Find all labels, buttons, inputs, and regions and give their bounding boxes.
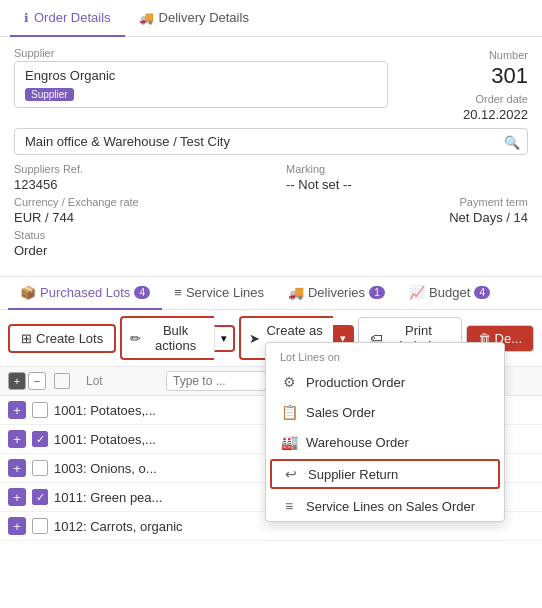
row-checkbox-5[interactable] <box>32 518 48 534</box>
marking-value: -- Not set -- <box>286 177 528 192</box>
row-lot-3: 1003: Onions, o... <box>54 461 157 476</box>
tab-service-lines[interactable]: ≡ Service Lines <box>162 277 276 310</box>
lot-search-input[interactable] <box>166 371 266 391</box>
status-value: Order <box>14 243 528 258</box>
bulk-actions-button[interactable]: ✏ Bulk actions <box>120 316 214 360</box>
section-tabs: 📦 Purchased Lots 4 ≡ Service Lines 🚚 Del… <box>0 277 542 310</box>
number-label: Number <box>408 49 528 61</box>
lot-column-header: Lot <box>86 374 166 388</box>
row-add-button-5[interactable]: + <box>8 517 26 535</box>
row-lot-2: 1001: Potatoes,... <box>54 432 156 447</box>
service-lines-icon: ≡ <box>174 285 182 300</box>
warehouse-input[interactable] <box>14 128 528 155</box>
payment-term-label: Payment term <box>378 196 528 208</box>
tab-delivery-details[interactable]: 🚚 Delivery Details <box>125 0 263 37</box>
budget-icon: 📈 <box>409 285 425 300</box>
row-add-button-4[interactable]: + <box>8 488 26 506</box>
truck-icon: 🚚 <box>139 11 154 25</box>
dropdown-section-label: Lot Lines on <box>266 343 504 367</box>
currency-value: EUR / 744 <box>14 210 378 225</box>
create-lots-button[interactable]: ⊞ Create Lots <box>8 324 116 353</box>
row-add-button-1[interactable]: + <box>8 401 26 419</box>
supplier-badge: Supplier <box>25 88 74 101</box>
supplier-name: Engros Organic <box>25 68 377 83</box>
budget-badge: 4 <box>474 286 490 299</box>
row-controls-header: + − <box>8 372 46 390</box>
supplier-return-icon: ↩ <box>282 466 300 482</box>
production-order-icon: ⚙ <box>280 374 298 390</box>
create-as-dropdown: Lot Lines on ⚙ Production Order 📋 Sales … <box>265 342 505 522</box>
purchased-lots-badge: 4 <box>134 286 150 299</box>
status-label: Status <box>14 229 528 241</box>
order-details-section: Supplier Engros Organic Supplier Number … <box>0 37 542 277</box>
arrow-right-icon: ➤ <box>249 331 260 346</box>
order-number: 301 <box>408 63 528 89</box>
purchased-lots-icon: 📦 <box>20 285 36 300</box>
row-checkbox-3[interactable] <box>32 460 48 476</box>
order-date: 20.12.2022 <box>408 107 528 122</box>
edit-icon: ✏ <box>130 331 141 346</box>
warehouse-order-icon: 🏭 <box>280 434 298 450</box>
add-all-button[interactable]: + <box>8 372 26 390</box>
bulk-actions-caret[interactable]: ▾ <box>214 325 235 352</box>
info-icon: ℹ <box>24 11 29 25</box>
service-lines-sales-icon: ≡ <box>280 498 298 514</box>
select-all-checkbox[interactable] <box>54 373 78 389</box>
supplier-label: Supplier <box>14 47 388 59</box>
dropdown-item-service-lines-sales[interactable]: ≡ Service Lines on Sales Order <box>266 491 504 521</box>
row-checkbox-2[interactable]: ✓ <box>32 431 48 447</box>
row-lot-4: 1011: Green pea... <box>54 490 162 505</box>
sales-order-icon: 📋 <box>280 404 298 420</box>
remove-all-button[interactable]: − <box>28 372 46 390</box>
tab-budget[interactable]: 📈 Budget 4 <box>397 277 502 310</box>
supplier-block: Engros Organic Supplier <box>14 61 388 108</box>
row-lot-5: 1012: Carrots, organic <box>54 519 183 534</box>
table-icon: ⊞ <box>21 331 32 346</box>
bulk-actions-split: ✏ Bulk actions ▾ <box>120 316 235 360</box>
search-icon: 🔍 <box>504 134 520 149</box>
row-add-button-3[interactable]: + <box>8 459 26 477</box>
tab-order-details[interactable]: ℹ Order Details <box>10 0 125 37</box>
row-add-button-2[interactable]: + <box>8 430 26 448</box>
row-lot-1: 1001: Potatoes,... <box>54 403 156 418</box>
suppliers-ref-value: 123456 <box>14 177 256 192</box>
payment-term-value: Net Days / 14 <box>378 210 528 225</box>
dropdown-item-supplier-return[interactable]: ↩ Supplier Return <box>270 459 500 489</box>
row-checkbox-4[interactable]: ✓ <box>32 489 48 505</box>
warehouse-search-wrapper: 🔍 <box>14 128 528 155</box>
order-date-label: Order date <box>408 93 528 105</box>
row-checkbox-1[interactable] <box>32 402 48 418</box>
suppliers-ref-label: Suppliers Ref. <box>14 163 256 175</box>
tab-deliveries[interactable]: 🚚 Deliveries 1 <box>276 277 397 310</box>
deliveries-icon: 🚚 <box>288 285 304 300</box>
header-checkbox[interactable] <box>54 373 70 389</box>
marking-label: Marking <box>286 163 528 175</box>
currency-label: Currency / Exchange rate <box>14 196 378 208</box>
dropdown-item-sales-order[interactable]: 📋 Sales Order <box>266 397 504 427</box>
dropdown-item-warehouse-order[interactable]: 🏭 Warehouse Order <box>266 427 504 457</box>
deliveries-badge: 1 <box>369 286 385 299</box>
dropdown-item-production-order[interactable]: ⚙ Production Order <box>266 367 504 397</box>
top-tabs: ℹ Order Details 🚚 Delivery Details <box>0 0 542 37</box>
tab-purchased-lots[interactable]: 📦 Purchased Lots 4 <box>8 277 162 310</box>
